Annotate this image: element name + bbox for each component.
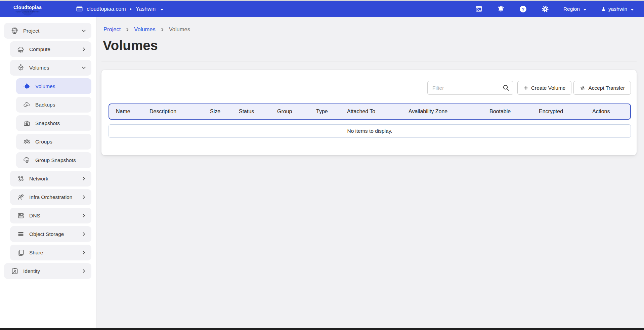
sidebar-item-label: Backups <box>35 102 55 108</box>
sidebar-item-compute[interactable]: Compute <box>10 41 91 57</box>
column-header-attached-to[interactable]: Attached To <box>347 109 409 115</box>
plus-icon <box>523 85 528 90</box>
sidebar-item-label: Compute <box>29 46 50 52</box>
sidebar-item-groups[interactable]: Groups <box>16 134 91 150</box>
app-console-icon[interactable] <box>475 5 483 13</box>
sidebar-item-share[interactable]: Share <box>10 245 91 260</box>
chevron-right-icon <box>81 47 86 52</box>
title-divider <box>101 61 637 61</box>
project-badge-icon <box>11 27 19 35</box>
region-dropdown[interactable]: Region <box>563 6 587 12</box>
column-header-actions[interactable]: Actions <box>592 109 630 115</box>
bottom-taskbar-strip <box>0 328 644 330</box>
sidebar-item-project[interactable]: Project <box>4 23 91 39</box>
table-toolbar: Create Volume Accept Transfer <box>108 81 631 95</box>
sidebar-item-identity[interactable]: Identity <box>4 263 91 279</box>
identity-badge-icon <box>11 267 19 275</box>
chevron-down-icon <box>631 6 634 12</box>
sidebar-item-label: Snapshots <box>35 120 60 126</box>
chevron-down-icon <box>81 28 86 33</box>
chevron-right-icon <box>81 250 86 255</box>
svg-text:?: ? <box>522 6 524 11</box>
snapshots-camera-icon <box>23 119 31 127</box>
chevron-right-icon <box>81 195 86 200</box>
accept-transfer-button[interactable]: Accept Transfer <box>573 81 631 95</box>
volumes-table-card: Create Volume Accept Transfer Name Descr… <box>101 70 637 155</box>
create-volume-label: Create Volume <box>531 85 566 91</box>
column-header-encrypted[interactable]: Encrypted <box>539 109 592 115</box>
column-header-bootable[interactable]: Bootable <box>489 109 539 115</box>
breadcrumb-volumes-link[interactable]: Volumes <box>134 26 155 33</box>
main-content: Project Volumes Volumes Volumes <box>96 17 644 328</box>
breadcrumb: Project Volumes Volumes <box>101 26 637 33</box>
sidebar-item-object-storage[interactable]: Object Storage <box>10 226 91 242</box>
chevron-right-icon <box>81 269 86 274</box>
project-context-dropdown[interactable]: cloudtopiaa.com • Yashwin <box>76 5 164 13</box>
sidebar-item-label: Share <box>29 250 43 256</box>
sidebar-item-label: Project <box>23 28 39 34</box>
compute-cloud-icon <box>17 45 25 53</box>
chevron-down-icon <box>583 6 587 12</box>
column-header-name[interactable]: Name <box>116 109 149 115</box>
chevron-right-icon <box>81 232 86 237</box>
accept-transfer-label: Accept Transfer <box>588 85 625 91</box>
empty-message: No items to display. <box>347 128 392 134</box>
sidebar-item-group-snapshots[interactable]: Group Snapshots <box>16 152 91 168</box>
brand-name: Cloudtopiaa <box>13 5 42 10</box>
sidebar-item-volumes-group[interactable]: Volumes <box>10 60 91 76</box>
sidebar-item-label: Infra Orchestration <box>29 194 72 200</box>
chevron-right-icon <box>160 27 165 32</box>
sidebar-item-label: Group Snapshots <box>35 157 76 163</box>
search-icon[interactable] <box>502 84 510 93</box>
context-site: cloudtopiaa.com <box>87 6 126 12</box>
sidebar-item-dns[interactable]: DNS <box>10 208 91 223</box>
user-dropdown[interactable]: yashwin <box>601 6 634 12</box>
sidebar-item-label: DNS <box>29 213 40 219</box>
volumes-cube-icon <box>17 64 25 72</box>
volume-cube-filled-icon <box>23 82 31 90</box>
network-nodes-icon <box>17 175 25 183</box>
column-header-size[interactable]: Size <box>210 109 239 115</box>
notifications-bell-icon[interactable] <box>497 5 505 13</box>
object-storage-icon <box>17 230 25 238</box>
column-header-availability-zone[interactable]: Availability Zone <box>409 109 489 115</box>
table-empty-row: No items to display. <box>109 124 631 138</box>
groups-people-icon <box>23 138 31 146</box>
breadcrumb-current: Volumes <box>169 26 190 33</box>
context-user: Yashwin <box>136 6 156 12</box>
sidebar-item-label: Groups <box>35 139 52 145</box>
chevron-right-icon <box>81 176 86 181</box>
column-header-group[interactable]: Group <box>277 109 316 115</box>
context-separator: • <box>130 6 132 12</box>
region-label: Region <box>563 6 580 12</box>
chevron-right-icon <box>125 27 130 32</box>
share-pages-icon <box>17 249 25 257</box>
sidebar-item-backups[interactable]: Backups <box>16 97 91 113</box>
user-icon <box>601 6 606 12</box>
sidebar-item-label: Object Storage <box>29 231 64 237</box>
domain-table-icon <box>76 5 83 13</box>
sidebar-item-volumes[interactable]: Volumes <box>16 78 91 94</box>
help-icon[interactable]: ? <box>519 5 527 13</box>
column-header-status[interactable]: Status <box>239 109 277 115</box>
infra-orchestration-icon <box>17 193 25 201</box>
page-title: Volumes <box>101 38 637 53</box>
filter-input[interactable] <box>427 81 513 95</box>
column-header-description[interactable]: Description <box>149 109 210 115</box>
sidebar-item-snapshots[interactable]: Snapshots <box>16 115 91 131</box>
chevron-right-icon <box>81 213 86 218</box>
create-volume-button[interactable]: Create Volume <box>517 81 572 95</box>
group-snapshots-cloud-down-icon <box>23 156 31 164</box>
breadcrumb-project-link[interactable]: Project <box>103 26 121 33</box>
sidebar-item-infra-orchestration[interactable]: Infra Orchestration <box>10 189 91 205</box>
transfer-arrows-icon <box>579 85 586 91</box>
sidebar: Project Compute Volumes Volumes <box>0 17 96 328</box>
brand-logo[interactable]: Cloudtopiaa Your Cloud Partner! <box>0 1 63 17</box>
settings-gear-icon[interactable] <box>541 5 549 13</box>
top-navbar: Cloudtopiaa Your Cloud Partner! cloudtop… <box>0 1 644 17</box>
sidebar-item-label: Volumes <box>29 65 49 71</box>
dns-server-icon <box>17 212 25 220</box>
chevron-down-icon <box>81 65 86 70</box>
column-header-type[interactable]: Type <box>316 109 347 115</box>
sidebar-item-network[interactable]: Network <box>10 171 91 187</box>
